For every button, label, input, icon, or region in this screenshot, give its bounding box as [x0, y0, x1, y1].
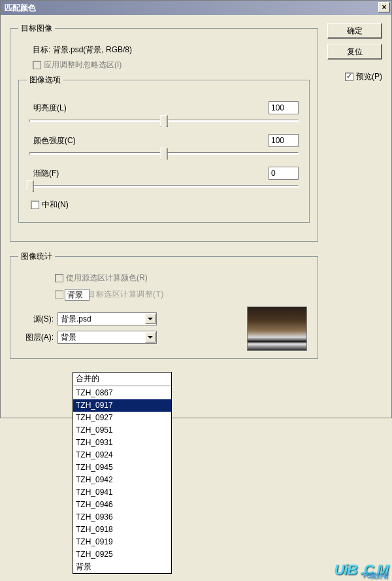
source-thumbnail: [247, 307, 307, 351]
list-item[interactable]: TZH_0931: [73, 437, 171, 449]
preview-row: 预览(P): [327, 71, 382, 82]
target-image-group: 目标图像 目标: 背景.psd(背景, RGB/8) 应用调整时忽略选区(I) …: [10, 23, 318, 242]
fade-thumb[interactable]: [27, 180, 34, 192]
intensity-group: 颜色强度(C): [27, 134, 301, 155]
match-color-dialog: 匹配颜色 × 目标图像 目标: 背景.psd(背景, RGB/8) 应用调整时忽…: [0, 0, 392, 418]
dialog-title: 匹配颜色: [5, 3, 36, 14]
fade-group: 渐隐(F): [27, 167, 301, 188]
titlebar[interactable]: 匹配颜色 ×: [1, 1, 391, 15]
list-item[interactable]: TZH_0927: [73, 412, 171, 424]
intensity-label: 颜色强度(C): [33, 135, 76, 146]
neutralize-label: 中和(N): [42, 199, 69, 210]
ignore-selection-checkbox: [33, 61, 41, 69]
target-label: 目标:: [33, 45, 50, 54]
use-source-selection-row: 使用源选区计算颜色(R): [55, 273, 310, 284]
luminance-label: 明亮度(L): [33, 103, 67, 114]
ok-button[interactable]: 确定: [327, 23, 382, 39]
neutralize-checkbox[interactable]: [31, 201, 39, 209]
target-legend: 目标图像: [18, 23, 55, 34]
fade-input[interactable]: [269, 167, 299, 180]
intensity-thumb[interactable]: [161, 148, 168, 159]
dropdown-separator: [73, 386, 171, 386]
ignore-selection-label: 应用调整时忽略选区(I): [44, 59, 122, 71]
layer-label: 图层(A):: [18, 332, 54, 343]
list-item[interactable]: TZH_0925: [73, 548, 171, 561]
image-options-group: 图像选项 明亮度(L) 颜色强度(C): [18, 75, 310, 223]
list-item[interactable]: TZH_0941: [73, 486, 171, 499]
intensity-slider[interactable]: [29, 152, 299, 155]
thumbnail-image: [248, 307, 306, 350]
list-item[interactable]: 背景: [73, 561, 171, 573]
list-item[interactable]: TZH_0942: [73, 474, 171, 486]
dropdown-merged-item[interactable]: 合并的: [73, 373, 171, 385]
watermark-sub: PS爱好者: [363, 571, 388, 580]
fade-label: 渐隐(F): [33, 168, 59, 179]
dialog-body: 目标图像 目标: 背景.psd(背景, RGB/8) 应用调整时忽略选区(I) …: [1, 15, 391, 376]
neutralize-row: 中和(N): [31, 199, 301, 210]
small-text-box: 背景: [65, 289, 90, 301]
stats-legend: 图像统计: [18, 251, 55, 262]
ignore-selection-row: 应用调整时忽略选区(I): [33, 59, 310, 71]
luminance-thumb[interactable]: [161, 115, 168, 127]
list-item[interactable]: TZH_0946: [73, 499, 171, 511]
luminance-group: 明亮度(L): [27, 101, 301, 122]
source-dropdown[interactable]: 背景.psd: [57, 312, 157, 325]
list-item[interactable]: TZH_0919: [73, 536, 171, 548]
luminance-slider[interactable]: [29, 120, 299, 122]
use-target-selection-checkbox: [55, 290, 63, 299]
layer-dropdown-list[interactable]: 合并的 TZH_0867 TZH_0917 TZH_0927 TZH_0951 …: [73, 372, 172, 574]
watermark: UiB .C M PS爱好者: [335, 561, 388, 578]
luminance-input[interactable]: [269, 101, 299, 114]
source-label: 源(S):: [18, 314, 54, 325]
target-row: 目标: 背景.psd(背景, RGB/8): [33, 44, 310, 56]
list-item[interactable]: TZH_0936: [73, 511, 171, 523]
image-stats-group: 图像统计 使用源选区计算颜色(R) 背景 使用目标选区计算调整(T) 源(S):…: [10, 251, 318, 359]
preview-label: 预览(P): [356, 71, 382, 82]
close-button[interactable]: ×: [378, 2, 390, 12]
list-item[interactable]: TZH_0951: [73, 424, 171, 437]
list-item[interactable]: TZH_0924: [73, 449, 171, 461]
layer-dropdown[interactable]: 背景: [57, 331, 157, 344]
overlap-row: 背景 使用目标选区计算调整(T): [55, 288, 310, 301]
preview-checkbox[interactable]: [345, 73, 353, 81]
options-legend: 图像选项: [27, 75, 63, 86]
target-value: 背景.psd(背景, RGB/8): [53, 45, 132, 54]
list-item[interactable]: TZH_0917: [73, 399, 171, 412]
list-item[interactable]: TZH_0918: [73, 523, 171, 536]
left-column: 目标图像 目标: 背景.psd(背景, RGB/8) 应用调整时忽略选区(I) …: [10, 23, 318, 368]
layer-value: 背景: [61, 332, 76, 343]
dropdown-arrow-icon[interactable]: [145, 332, 155, 342]
fade-slider[interactable]: [29, 185, 299, 188]
list-item[interactable]: TZH_0945: [73, 461, 171, 474]
use-source-selection-checkbox: [55, 274, 63, 282]
list-item[interactable]: TZH_0867: [73, 387, 171, 399]
intensity-input[interactable]: [269, 134, 299, 147]
reset-button[interactable]: 复位: [327, 44, 382, 59]
right-column: 确定 复位 预览(P): [327, 23, 382, 368]
dropdown-arrow-icon[interactable]: [145, 314, 155, 324]
source-value: 背景.psd: [61, 314, 91, 325]
use-source-selection-label: 使用源选区计算颜色(R): [66, 273, 148, 284]
